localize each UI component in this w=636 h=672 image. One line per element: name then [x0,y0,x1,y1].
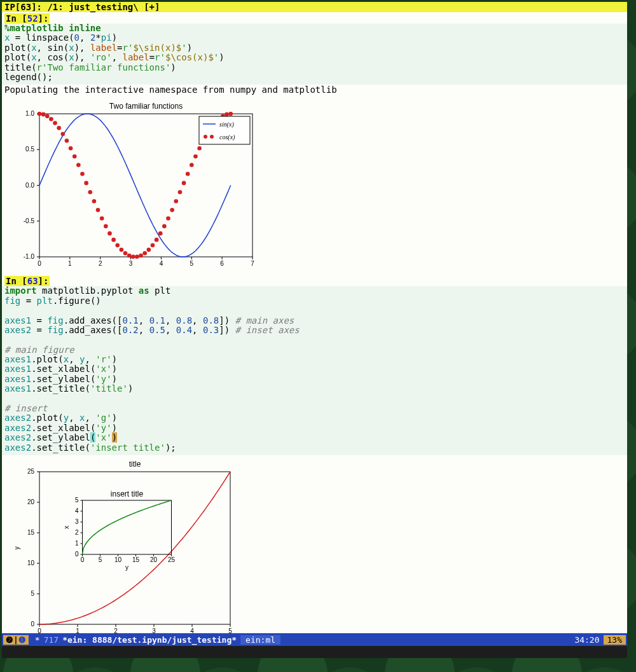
svg-text:5: 5 [228,627,232,633]
cell-prompt-63[interactable]: In [63]: [4,276,50,286]
svg-text:cos(x): cos(x) [219,134,235,141]
chart-2: title0123450510152025xyinsert title05101… [2,455,627,633]
text-cursor: ) [112,432,117,442]
svg-point-81 [204,135,207,139]
svg-text:5: 5 [99,556,102,563]
svg-point-63 [174,200,178,204]
prompt-prefix: In [ [6,13,27,24]
svg-text:7: 7 [251,260,254,267]
code-cell-63[interactable]: import matplotlib.pyplot as plt fig = pl… [2,286,627,455]
svg-point-67 [190,163,194,168]
stdout-52: Populating the interactive namespace fro… [2,85,627,97]
minibuffer[interactable] [2,646,627,658]
svg-text:1: 1 [76,627,80,633]
code-cell-52[interactable]: %matplotlib inline x = linspace(0, 2*pi)… [2,24,627,85]
svg-point-76 [225,113,229,117]
svg-text:Two familiar functions: Two familiar functions [109,102,183,111]
svg-text:y: y [13,546,20,549]
mode-line: ❷|❶ * 717 *ein: 8888/test.ipynb/just_tes… [2,633,627,646]
magic-command: %matplotlib inline [4,23,101,33]
svg-text:1: 1 [68,260,72,267]
svg-text:6: 6 [220,260,224,267]
svg-text:5: 5 [31,590,34,597]
svg-text:insert title: insert title [111,490,144,498]
svg-point-35 [65,139,69,143]
svg-text:5: 5 [190,260,194,267]
svg-point-49 [120,248,124,252]
svg-point-56 [147,248,151,252]
svg-point-59 [158,231,163,236]
svg-point-77 [228,112,233,116]
svg-text:4: 4 [160,260,163,267]
svg-point-47 [111,238,116,242]
svg-text:title: title [129,460,141,469]
svg-point-55 [142,251,147,256]
svg-text:0.0: 0.0 [25,182,34,189]
svg-text:0: 0 [38,627,41,633]
svg-text:2: 2 [99,260,102,267]
svg-text:0.5: 0.5 [25,146,34,153]
svg-point-45 [104,224,108,229]
svg-text:y: y [125,564,128,571]
prompt-number: 52 [27,13,38,24]
svg-point-51 [127,254,132,258]
svg-text:3: 3 [129,260,133,267]
svg-point-42 [92,200,97,204]
svg-text:-0.5: -0.5 [24,217,35,224]
svg-point-31 [49,117,53,121]
svg-text:25: 25 [168,556,176,563]
svg-text:-1.0: -1.0 [24,253,35,260]
line-count: 717 [44,635,59,645]
svg-point-37 [73,154,77,159]
svg-point-57 [151,243,155,248]
svg-text:15: 15 [132,556,140,563]
svg-text:5: 5 [75,497,79,504]
svg-text:0: 0 [81,556,85,563]
title-bar: IP[63]: /1: just_testing\ [+] [2,2,627,12]
svg-text:4: 4 [190,627,194,633]
svg-point-54 [139,254,143,258]
svg-point-68 [193,154,198,159]
workspace-badge[interactable]: ❷|❶ [3,635,29,645]
svg-point-38 [76,163,81,168]
svg-point-39 [80,172,85,177]
major-mode[interactable]: ein:ml [240,635,280,645]
svg-point-29 [41,113,46,117]
svg-point-36 [69,146,73,151]
svg-point-60 [162,224,167,229]
svg-point-41 [88,190,92,195]
svg-point-82 [210,135,214,139]
cursor-position: 34:20 [574,635,599,645]
svg-point-50 [123,251,128,256]
svg-point-46 [107,231,112,236]
buffer-name[interactable]: *ein: 8888/test.ipynb/just_testing* [62,635,237,645]
notebook-content[interactable]: In [52]: %matplotlib inline x = linspace… [2,12,627,633]
svg-point-48 [115,243,120,248]
svg-text:2: 2 [114,627,118,633]
svg-point-30 [45,114,50,119]
svg-text:2: 2 [75,529,79,536]
svg-point-64 [178,190,183,195]
svg-text:0: 0 [31,621,34,627]
svg-point-32 [53,121,57,126]
svg-point-66 [186,172,190,177]
svg-point-34 [61,132,66,137]
prompt-suffix: ]: [38,13,49,24]
svg-text:10: 10 [114,556,122,563]
svg-point-58 [155,238,159,242]
svg-text:15: 15 [27,529,35,536]
svg-point-53 [135,255,139,259]
scroll-percent: 13% [604,635,626,645]
svg-text:1: 1 [75,540,79,547]
svg-text:20: 20 [27,498,35,505]
svg-point-33 [57,126,61,130]
svg-point-61 [166,217,170,221]
cell-prompt-52[interactable]: In [52]: [4,13,50,24]
modified-indicator: * [35,635,40,645]
svg-text:1.0: 1.0 [25,110,34,117]
var-x: x [4,32,15,43]
chart-1: Two familiar functions01234567-1.0-0.50.… [2,97,627,270]
svg-point-52 [131,255,135,259]
svg-rect-112 [83,500,172,554]
svg-text:x: x [63,526,70,529]
